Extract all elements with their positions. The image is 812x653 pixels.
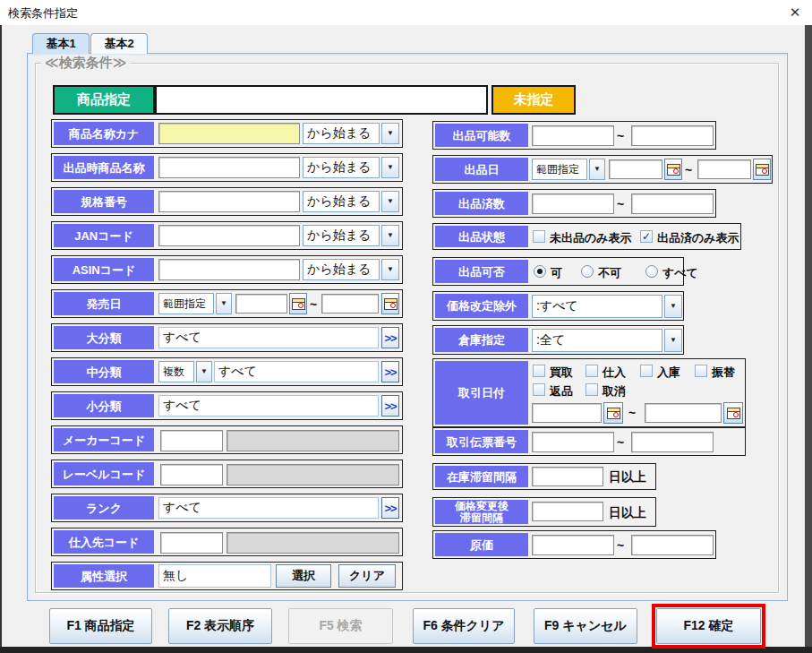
- jan-code-match-select[interactable]: から始まる: [303, 225, 380, 246]
- transaction-henpin-checkbox[interactable]: [533, 383, 545, 396]
- row-asin-code: ASINコード から始まる ▼: [51, 255, 403, 284]
- release-date-to-calendar-button[interactable]: [381, 293, 399, 314]
- unspecified-button[interactable]: 未指定: [491, 85, 576, 115]
- listing-name-match-select[interactable]: から始まる: [303, 157, 380, 178]
- close-icon: ✕: [790, 4, 801, 21]
- transaction-date-to-calendar-button[interactable]: [723, 402, 743, 424]
- listing-name-match-dropdown-button[interactable]: ▼: [381, 157, 399, 178]
- radio-label: 可: [551, 265, 562, 281]
- listed-qty-from-input[interactable]: [532, 193, 614, 214]
- product-name-kana-input[interactable]: [158, 123, 300, 144]
- row-category-small: 小分類 すべて >>: [51, 391, 403, 420]
- standard-number-match-dropdown-button[interactable]: ▼: [381, 191, 399, 212]
- tab-basic1[interactable]: 基本1: [32, 33, 90, 54]
- rank-more-button[interactable]: >>: [381, 497, 399, 519]
- asin-code-match-select[interactable]: から始まる: [303, 259, 380, 280]
- transaction-furikae-checkbox[interactable]: [695, 365, 707, 377]
- category-small-value[interactable]: すべて: [158, 395, 379, 417]
- field-label: 発売日: [54, 292, 154, 315]
- category-middle-value[interactable]: すべて: [214, 361, 379, 382]
- f12-confirm-button[interactable]: F12 確定: [656, 608, 761, 644]
- supplier-code-input[interactable]: [160, 532, 223, 554]
- transaction-shiire-checkbox[interactable]: [585, 365, 598, 377]
- transaction-no-to-input[interactable]: [631, 432, 714, 452]
- cost-to-input[interactable]: [631, 535, 714, 555]
- category-large-more-button[interactable]: >>: [381, 327, 399, 348]
- asin-code-input[interactable]: [158, 259, 300, 280]
- price-revision-exclude-dropdown-button[interactable]: ▼: [664, 295, 682, 318]
- listable-yes-radio[interactable]: [534, 265, 546, 278]
- transaction-nyuko-checkbox[interactable]: [640, 365, 653, 377]
- f1-product-specify-button[interactable]: F1 商品指定: [49, 608, 152, 644]
- attribute-select-button[interactable]: 選択: [276, 564, 331, 588]
- f6-condition-clear-button[interactable]: F6 条件クリア: [413, 608, 515, 644]
- chevron-down-icon: ▼: [670, 303, 677, 310]
- sellable-qty-from-input[interactable]: [532, 125, 614, 146]
- unlisted-only-checkbox[interactable]: [533, 230, 545, 243]
- field-label: 規格番号: [54, 190, 154, 213]
- standard-number-match-select[interactable]: から始まる: [303, 191, 380, 212]
- transaction-no-from-input[interactable]: [532, 432, 614, 452]
- row-sellable-qty: 出品可能数 ~: [432, 121, 716, 150]
- listable-all-radio[interactable]: [645, 265, 658, 278]
- kana-match-select[interactable]: から始まる: [303, 123, 380, 144]
- release-date-to-input[interactable]: [321, 294, 379, 314]
- field-label: 仕入先コード: [54, 530, 154, 554]
- listing-date-to-input[interactable]: [697, 159, 751, 179]
- rank-value[interactable]: すべて: [158, 497, 379, 519]
- warehouse-select[interactable]: :全て: [532, 329, 662, 352]
- kana-match-dropdown-button[interactable]: ▼: [381, 123, 399, 144]
- listing-date-mode-dropdown-button[interactable]: ▼: [589, 159, 605, 180]
- listable-no-radio[interactable]: [581, 265, 594, 278]
- label-code-input[interactable]: [160, 464, 223, 485]
- transaction-kaitori-checkbox[interactable]: [533, 365, 545, 377]
- f2-display-order-button[interactable]: F2 表示順序: [168, 608, 272, 644]
- tab-basic2[interactable]: 基本2: [90, 33, 148, 54]
- transaction-date-from-input[interactable]: [532, 403, 602, 423]
- standard-number-input[interactable]: [158, 191, 300, 212]
- release-date-from-calendar-button[interactable]: [289, 293, 307, 314]
- f9-cancel-button[interactable]: F9 キャンセル: [534, 608, 637, 644]
- listing-date-mode-select[interactable]: 範囲指定: [532, 159, 587, 180]
- listing-date-from-input[interactable]: [609, 159, 662, 179]
- product-specify-input[interactable]: [155, 85, 488, 115]
- category-middle-multi-select[interactable]: 複数: [158, 361, 194, 382]
- product-specify-button[interactable]: 商品指定: [53, 85, 155, 115]
- release-date-mode-select[interactable]: 範囲指定: [158, 293, 214, 314]
- category-middle-multi-dropdown-button[interactable]: ▼: [196, 361, 212, 382]
- listed-only-checkbox[interactable]: ✓: [640, 230, 653, 243]
- attribute-clear-button[interactable]: クリア: [338, 564, 396, 588]
- listing-date-from-calendar-button[interactable]: [664, 159, 682, 180]
- cost-from-input[interactable]: [532, 535, 614, 555]
- row-product-name-kana: 商品名称カナ から始まる ▼: [51, 119, 403, 148]
- jan-code-input[interactable]: [158, 225, 300, 246]
- row-cost: 原価 ~: [432, 530, 716, 559]
- category-large-value[interactable]: すべて: [158, 327, 379, 348]
- category-middle-more-button[interactable]: >>: [381, 361, 399, 382]
- checkbox-label: 出品済のみ表示: [657, 230, 739, 246]
- jan-code-match-dropdown-button[interactable]: ▼: [381, 225, 399, 246]
- listing-date-to-calendar-button[interactable]: [753, 159, 771, 180]
- release-date-mode-dropdown-button[interactable]: ▼: [216, 293, 232, 314]
- stock-stagnation-input[interactable]: [532, 467, 603, 486]
- transaction-date-from-calendar-button[interactable]: [603, 402, 623, 424]
- close-button[interactable]: ✕: [784, 3, 806, 22]
- calendar-icon: [292, 298, 305, 310]
- listed-qty-to-input[interactable]: [631, 193, 714, 214]
- price-change-stagnation-input[interactable]: [532, 502, 603, 521]
- sellable-qty-to-input[interactable]: [631, 125, 714, 146]
- transaction-date-to-input[interactable]: [645, 403, 722, 423]
- row-jan-code: JANコード から始まる ▼: [51, 221, 403, 250]
- listing-product-name-input[interactable]: [158, 157, 300, 178]
- row-price-revision-exclude: 価格改定除外 :すべて ▼: [432, 291, 684, 321]
- transaction-torikeshi-checkbox[interactable]: [585, 383, 598, 396]
- price-revision-exclude-select[interactable]: :すべて: [532, 295, 662, 318]
- field-label: 在庫滞留間隔: [435, 466, 528, 487]
- warehouse-dropdown-button[interactable]: ▼: [664, 329, 682, 352]
- release-date-from-input[interactable]: [235, 294, 287, 314]
- chevron-down-icon: ▼: [387, 164, 394, 171]
- category-small-more-button[interactable]: >>: [381, 395, 399, 417]
- asin-code-match-dropdown-button[interactable]: ▼: [381, 259, 399, 280]
- calendar-icon: [756, 164, 769, 176]
- maker-code-input[interactable]: [160, 430, 223, 451]
